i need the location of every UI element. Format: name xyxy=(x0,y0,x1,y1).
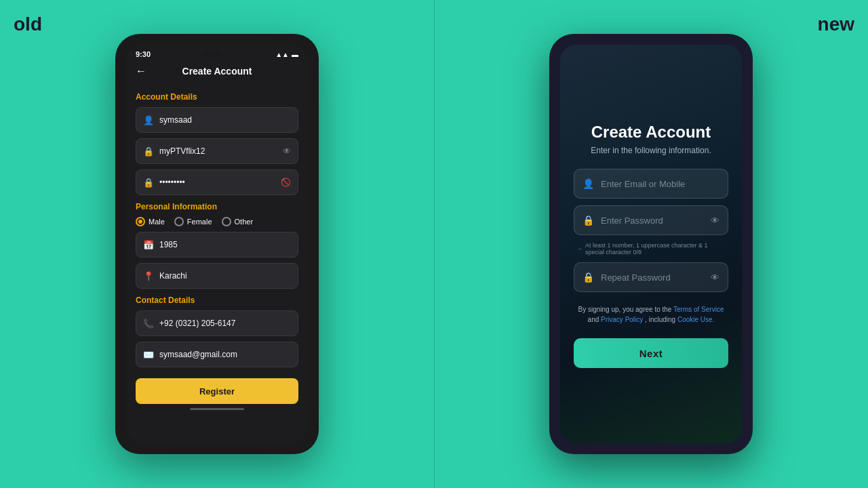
gender-radio-group: Male Female Other xyxy=(136,217,298,226)
notch xyxy=(205,51,221,58)
new-subtitle: Enter in the following information. xyxy=(591,146,711,155)
password-placeholder: Enter Password xyxy=(601,216,704,226)
lock-icon-2: 🔒 xyxy=(143,178,154,188)
email-mobile-field[interactable]: 👤 Enter Email or Mobile xyxy=(574,169,728,199)
terms-of-service-link[interactable]: Terms of Service xyxy=(673,306,724,313)
city-field[interactable]: 📍 Karachi xyxy=(136,263,298,289)
radio-male[interactable]: Male xyxy=(136,217,165,226)
status-icons: ▲▲ ▬ xyxy=(275,51,298,58)
terms-text: By signing up, you agree to the Terms of… xyxy=(574,304,728,325)
username-field[interactable]: 👤 symsaad xyxy=(136,107,298,133)
email-value: symsaad@gmail.com xyxy=(159,350,291,359)
radio-dot-male xyxy=(138,220,142,224)
lock-icon-1: 🔒 xyxy=(143,146,154,157)
password2-field[interactable]: 🔒 ••••••••• 🚫 xyxy=(136,169,298,195)
email-field[interactable]: ✉️ symsaad@gmail.com xyxy=(136,342,298,367)
next-button[interactable]: Next xyxy=(574,338,728,368)
new-password-field[interactable]: 🔒 Enter Password 👁 xyxy=(574,205,728,235)
eye-icon-new[interactable]: 👁 xyxy=(711,216,719,226)
repeat-placeholder: Repeat Password xyxy=(601,272,704,283)
old-phone: 9:30 ▲▲ ▬ ← Create Account Account Detai… xyxy=(115,34,319,454)
radio-circle-other xyxy=(222,217,231,226)
other-label: Other xyxy=(235,218,254,226)
register-button[interactable]: Register xyxy=(136,378,298,404)
new-phone-screen: Create Account Enter in the following in… xyxy=(560,45,742,443)
signal-icon: ▲▲ xyxy=(275,51,289,58)
screen-content: ← Create Account Account Details 👤 symsa… xyxy=(126,61,308,443)
password1-value: myPTVflix12 xyxy=(159,146,277,156)
lock-icon-repeat: 🔒 xyxy=(583,272,594,283)
new-page-title: Create Account xyxy=(591,123,711,142)
user-icon: 👤 xyxy=(143,115,154,125)
phone-icon: 📞 xyxy=(143,319,154,329)
username-value: symsaad xyxy=(159,115,291,125)
status-bar: 9:30 ▲▲ ▬ xyxy=(126,45,308,61)
birth-year-field[interactable]: 📅 1985 xyxy=(136,232,298,258)
status-time: 9:30 xyxy=(136,50,151,58)
password1-field[interactable]: 🔒 myPTVflix12 👁 xyxy=(136,138,298,164)
repeat-password-field[interactable]: 🔒 Repeat Password 👁 xyxy=(574,262,728,292)
radio-circle-female xyxy=(174,217,184,226)
email-placeholder: Enter Email or Mobile xyxy=(601,179,719,189)
cookie-use-link[interactable]: Cookie Use. xyxy=(677,316,714,323)
panel-divider xyxy=(434,0,435,488)
account-section-label: Account Details xyxy=(136,92,298,102)
terms-prefix: By signing up, you agree to the xyxy=(578,306,673,313)
new-phone: Create Account Enter in the following in… xyxy=(549,34,753,454)
back-button[interactable]: ← xyxy=(136,65,146,77)
eye-off-icon[interactable]: 🚫 xyxy=(281,178,291,187)
old-phone-screen: 9:30 ▲▲ ▬ ← Create Account Account Detai… xyxy=(126,45,308,443)
birth-year-value: 1985 xyxy=(159,240,291,249)
left-panel: 9:30 ▲▲ ▬ ← Create Account Account Detai… xyxy=(0,0,434,488)
new-label: new xyxy=(818,14,854,35)
home-indicator xyxy=(190,408,244,410)
terms-and: and xyxy=(588,316,601,323)
female-label: Female xyxy=(187,218,212,226)
male-label: Male xyxy=(149,218,165,226)
right-panel: Create Account Enter in the following in… xyxy=(434,0,868,488)
contact-section-label: Contact Details xyxy=(136,296,298,305)
page-title: Create Account xyxy=(182,66,252,77)
phone-field[interactable]: 📞 +92 (0321) 205-6147 xyxy=(136,310,298,336)
radio-other[interactable]: Other xyxy=(222,217,254,226)
eye-icon-repeat[interactable]: 👁 xyxy=(711,272,719,283)
calendar-icon: 📅 xyxy=(143,240,154,250)
old-label: old xyxy=(14,14,42,35)
email-icon: ✉️ xyxy=(143,350,154,360)
password-hint: → At least 1 number, 1 uppercase charact… xyxy=(574,242,728,256)
lock-icon-new: 🔒 xyxy=(583,215,594,226)
privacy-policy-link[interactable]: Privacy Policy xyxy=(601,316,643,323)
arrow-icon: → xyxy=(576,245,583,252)
terms-suffix: , including xyxy=(645,316,677,323)
screen-header: ← Create Account xyxy=(136,61,298,85)
radio-female[interactable]: Female xyxy=(174,217,212,226)
city-value: Karachi xyxy=(159,271,291,281)
personal-section-label: Personal Information xyxy=(136,202,298,211)
location-icon: 📍 xyxy=(143,271,154,281)
radio-circle-male xyxy=(136,217,145,226)
eye-icon-1[interactable]: 👁 xyxy=(283,146,291,156)
battery-icon: ▬ xyxy=(292,51,298,58)
password2-value: ••••••••• xyxy=(159,178,275,187)
user-icon-new: 👤 xyxy=(583,178,594,189)
phone-value: +92 (0321) 205-6147 xyxy=(159,319,291,328)
